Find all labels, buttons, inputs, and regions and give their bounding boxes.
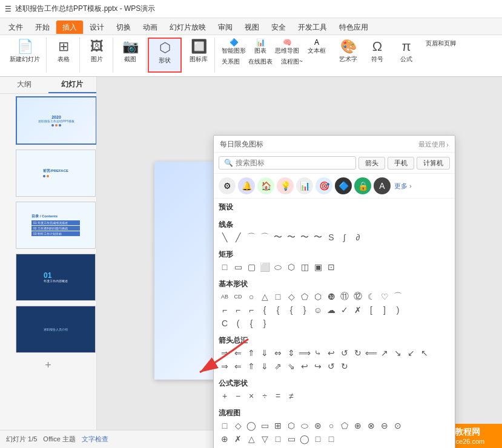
shape-rect-7[interactable]: ◫ (299, 261, 311, 273)
shape-line-8[interactable]: 〜 (312, 231, 324, 243)
shape-arrow2-10[interactable]: ↻ (339, 360, 351, 372)
shape-flow-4[interactable]: ▭ (259, 420, 271, 432)
shape-basic-tri[interactable]: △ (259, 291, 271, 303)
shape-flow-7[interactable]: ⬭ (299, 420, 311, 432)
icon-item-4[interactable]: 💡 (277, 177, 294, 194)
shape-arrow2-4[interactable]: ⇓ (259, 360, 271, 372)
mindmap-button[interactable]: 🧠 思维导图 (273, 38, 301, 56)
text-check[interactable]: 文字检查 (82, 435, 108, 444)
shape-times[interactable]: × (245, 390, 257, 402)
icon-item-1[interactable]: ⚙ (219, 177, 236, 194)
shape-flow2-7[interactable]: ◯ (299, 433, 311, 445)
picture-button[interactable]: 🖼 图片 (85, 38, 109, 65)
shape-arrow-bent[interactable]: ⤷ (312, 347, 324, 359)
shape-line-2[interactable]: ╱ (232, 231, 244, 243)
shape-arrow-lr[interactable]: ⇔ (272, 347, 284, 359)
shape-flow2-2[interactable]: ✗ (232, 433, 244, 445)
relation-button[interactable]: 关系图 (220, 57, 242, 67)
icon-item-3[interactable]: 🏠 (257, 177, 274, 194)
add-slide-button[interactable]: + (0, 355, 96, 375)
shape-notequal[interactable]: ≠ (285, 390, 297, 402)
shape-flow-1[interactable]: □ (219, 420, 231, 432)
shape-rect-3[interactable]: ▢ (245, 261, 257, 273)
shape-flow-2[interactable]: ◇ (232, 420, 244, 432)
icon-item-6[interactable]: 🎯 (315, 177, 332, 194)
shape-minus[interactable]: − (232, 390, 244, 402)
shape-arrow-a4[interactable]: ↘ (392, 347, 404, 359)
shape-basic-l1[interactable]: { (259, 304, 271, 316)
app-menu[interactable]: ☰ (5, 5, 12, 13)
tab-transition[interactable]: 切换 (110, 20, 137, 35)
shape-divide[interactable]: ÷ (259, 390, 271, 402)
icon-item-8[interactable]: 🔒 (354, 177, 371, 194)
shape-basic-diamond[interactable]: ◇ (285, 291, 297, 303)
shape-flow2-4[interactable]: ▽ (259, 433, 271, 445)
shape-basic-s4[interactable]: } (259, 317, 271, 329)
shape-basic-l2[interactable]: { (272, 304, 284, 316)
shape-rect-9[interactable]: ⊡ (325, 261, 337, 273)
shape-arrow2-2[interactable]: ⇐ (232, 360, 244, 372)
slide-thumb-2[interactable]: 前言/PREFACE (16, 150, 96, 197)
tab-slideshow[interactable]: 幻灯片放映 (163, 20, 212, 35)
shape-flow-5[interactable]: ⊞ (272, 420, 284, 432)
shape-arrow-cw[interactable]: ↻ (352, 347, 364, 359)
shape-flow2-3[interactable]: △ (245, 433, 257, 445)
new-slide-button[interactable]: 📄 新建幻灯片 (7, 38, 42, 65)
shape-arrow-a5[interactable]: ↙ (405, 347, 417, 359)
shape-basic-br2[interactable]: ] (378, 304, 391, 316)
shape-arrow2-5[interactable]: ⇗ (272, 360, 284, 372)
chart-button[interactable]: 📊 图表 (253, 38, 268, 56)
shape-flow-6[interactable]: ⬡ (285, 420, 297, 432)
header-footer-button[interactable]: 页眉和页脚 (423, 38, 458, 65)
shape-rect-8[interactable]: ▣ (312, 261, 324, 273)
shape-line-9[interactable]: S (325, 231, 337, 243)
shape-basic-ab[interactable]: AB (219, 291, 231, 303)
search-input[interactable] (236, 159, 308, 167)
shape-basic-11[interactable]: ⑪ (339, 291, 351, 303)
shape-arrow-r[interactable]: ⇒ (219, 347, 231, 359)
tab-slides[interactable]: 幻灯片 (48, 77, 97, 93)
shape-basic-cloud[interactable]: ☁ (325, 304, 337, 316)
textbox-button[interactable]: A 文本框 (306, 38, 328, 56)
icon-item-7[interactable]: 🔷 (335, 177, 352, 194)
category-computer[interactable]: 计算机 (417, 157, 450, 170)
panel-scrollable[interactable]: 🔍 箭头 手机 计算机 ⚙ 🔔 🏠 💡 📊 🎯 (214, 153, 455, 448)
shape-flow-12[interactable]: ⊗ (365, 420, 377, 432)
shape-rect-1[interactable]: □ (219, 261, 231, 273)
shape-flow2-6[interactable]: ▭ (285, 433, 297, 445)
shape-flow-13[interactable]: ⊖ (378, 420, 391, 432)
shape-line-5[interactable]: 〜 (272, 231, 284, 243)
shape-rect-4[interactable]: ⬜ (259, 261, 271, 273)
shape-arrow2-1[interactable]: ⇒ (219, 360, 231, 372)
shape-line-3[interactable]: ⌒ (245, 231, 257, 243)
tab-home[interactable]: 开始 (29, 20, 56, 35)
art-text-button[interactable]: 🎨 艺术字 (336, 38, 360, 65)
shape-arrow-ud[interactable]: ⇕ (285, 347, 297, 359)
shape-arrow-back[interactable]: ↩ (325, 347, 337, 359)
shape-arrow-l[interactable]: ⇐ (232, 347, 244, 359)
tab-insert[interactable]: 插入 (56, 20, 84, 35)
slide-thumb-1[interactable]: 2020 述职报告工作总结PPT模板 (16, 96, 97, 145)
shape-arrow-d[interactable]: ⇓ (259, 347, 271, 359)
shape-basic-heart[interactable]: ♡ (378, 291, 391, 303)
shape-flow-8[interactable]: ⊛ (312, 420, 324, 432)
shape-basic-s3[interactable]: { (245, 317, 257, 329)
shape-arrow2-7[interactable]: ↩ (299, 360, 311, 372)
shape-basic-arc[interactable]: ⌒ (392, 291, 404, 303)
shape-basic-moon[interactable]: ☾ (365, 291, 377, 303)
shape-basic-12[interactable]: ⑫ (352, 291, 364, 303)
icon-item-5[interactable]: 📊 (296, 177, 313, 194)
shape-line-1[interactable]: ╲ (219, 231, 231, 243)
shapes-button[interactable]: ⬡ 形状 (153, 39, 177, 66)
shape-basic-l4[interactable]: } (299, 304, 311, 316)
shape-rect-6[interactable]: ⬡ (285, 261, 297, 273)
shape-flow-11[interactable]: ⊕ (352, 420, 364, 432)
tab-developer[interactable]: 开发工具 (292, 20, 333, 35)
category-phone[interactable]: 手机 (388, 157, 414, 170)
symbol-button[interactable]: Ω 符号 (365, 38, 389, 65)
smart-shape-button[interactable]: 🔷 智能图形 (220, 38, 248, 56)
icon-item-2[interactable]: 🔔 (238, 177, 255, 194)
shape-basic-cross[interactable]: ✗ (352, 304, 364, 316)
shape-rect-2[interactable]: ▭ (232, 261, 244, 273)
shape-basic-sq[interactable]: □ (272, 291, 284, 303)
